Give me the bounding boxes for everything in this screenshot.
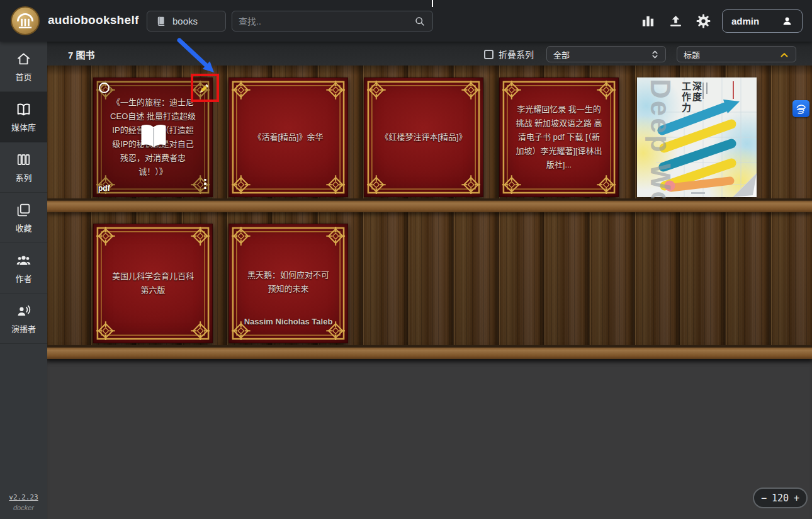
ime-floating-icon[interactable] [792,100,809,117]
version-link[interactable]: v2.2.23 [0,493,47,501]
open-book-icon [16,101,31,117]
settings-button[interactable] [695,13,711,29]
sidebar-item-collections[interactable]: 收藏 [0,193,47,243]
shelf-divider [47,198,812,212]
library-selector-button[interactable]: books [147,11,226,31]
upload-button[interactable] [667,13,684,29]
book-author: Nassim Nicholas Taleb [229,317,347,326]
app-topbar: audiobookshelf books [0,0,812,42]
book-card[interactable]: Deep Work 深度 工作力 [637,77,757,197]
book-title: 美国儿科学会育儿百科 第六版 [94,224,212,343]
platform-label: docker [0,504,47,511]
search-icon [414,15,426,28]
sort-value: 标题 [684,48,700,60]
username: admin [731,16,759,26]
sidebar-item-series[interactable]: 系列 [0,142,47,193]
library-selector-label: books [172,16,198,26]
sidebar-item-label: 系列 [15,171,31,183]
unfold-more-icon [651,49,659,60]
collapse-series-checkbox[interactable] [484,50,493,59]
sidebar-item-library[interactable]: 媒体库 [0,92,47,142]
collections-icon [16,202,31,218]
sidebar: 首页 媒体库 系列 [0,42,47,519]
filter-select[interactable]: 全部 [546,46,666,62]
upload-icon [668,14,683,28]
book-title: 李光耀回忆录 我一生的挑战 新加坡双语之路 高清电子书 pdf 下载 [（新加坡… [500,78,618,197]
filter-value: 全部 [553,48,570,60]
sidebar-item-home[interactable]: 首页 [0,42,47,92]
cover-size-control: − 120 + [753,488,808,508]
audiobookshelf-app: 《一生的旅程：迪士尼CEO自述 批量打造超级IP的经营哲学（打造超级IP的秘诀就… [0,0,812,519]
sort-ascending-chevron-icon [779,51,789,58]
search-input[interactable] [239,16,414,26]
collapse-series-label: 折叠系列 [499,48,534,60]
narrator-voice-icon [16,303,31,319]
sidebar-item-label: 首页 [15,71,31,83]
shelf-divider [47,345,812,359]
text-cursor-artifact [432,0,433,7]
app-title: audiobookshelf [48,13,139,27]
size-value: 120 [772,493,789,504]
book-card[interactable]: 李光耀回忆录 我一生的挑战 新加坡双语之路 高清电子书 pdf 下载 [（新加坡… [499,77,619,197]
size-increase-button[interactable]: + [794,493,799,504]
search-box [232,11,433,31]
book-title: 《红楼梦注评本[精品]》 [364,78,483,197]
book-card[interactable]: 美国儿科学会育儿百科 第六版 [93,224,213,343]
series-columns-icon [16,152,31,168]
user-icon [781,15,793,27]
audiobookshelf-logo[interactable] [11,6,40,35]
gear-icon [696,13,711,29]
format-badge: pdf [98,184,110,193]
book-icon [155,15,167,27]
empty-area [47,359,812,519]
sidebar-item-narrators[interactable]: 演播者 [0,294,47,344]
sort-select[interactable]: 标题 [677,46,796,62]
book-cover-english-title: Deep Work [645,79,676,198]
bar-chart-icon [641,14,655,28]
sidebar-item-label: 作者 [15,272,31,284]
size-decrease-button[interactable]: − [761,493,767,504]
home-icon [16,51,31,67]
book-card[interactable]: 黑天鹅：如何应对不可预知的未来 Nassim Nicholas Taleb [228,224,348,343]
book-title: 《活着[精品]》余华 [229,78,347,197]
user-account-button[interactable]: admin [722,9,803,33]
annotation-blue-arrow [170,34,223,78]
sidebar-item-authors[interactable]: 作者 [0,243,47,294]
book-menu-icon[interactable] [200,176,211,192]
stats-button[interactable] [640,13,656,29]
book-cover-chinese-title: 深度 工作力 [681,81,701,113]
book-card[interactable]: 《红楼梦注评本[精品]》 [364,77,483,197]
sidebar-item-label: 媒体库 [11,121,36,133]
select-book-radio[interactable] [99,83,110,93]
sidebar-item-label: 演播者 [11,322,36,334]
book-count: 7 图书 [68,48,95,61]
book-card[interactable]: 《活着[精品]》余华 [228,77,348,197]
people-group-icon [16,253,31,268]
read-ebook-icon[interactable] [138,122,169,150]
library-toolbar: 7 图书 折叠系列 全部 标题 [47,42,812,66]
sidebar-item-label: 收藏 [15,222,31,234]
